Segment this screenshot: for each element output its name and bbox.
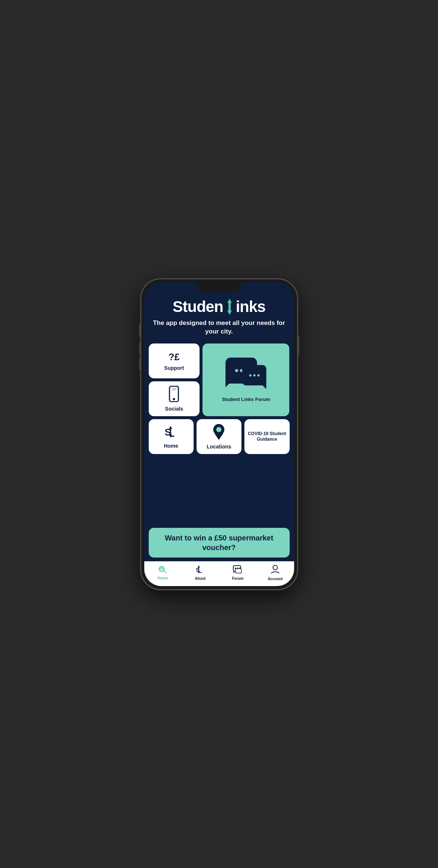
location-pin-icon (213, 424, 225, 441)
nav-about-label: About (195, 576, 206, 581)
dot-sm1 (249, 374, 251, 377)
socials-tile[interactable]: Socials (149, 381, 200, 416)
forum-label: Student Links Forum (222, 397, 270, 402)
dot1 (235, 369, 238, 372)
chat-dots-sm (249, 374, 260, 377)
grid-left-col: ?£ Support (149, 343, 200, 416)
voucher-text: Want to win a £50 supermarket voucher? (155, 533, 284, 552)
phone-notch (197, 282, 241, 292)
bottom-nav: Home S About (144, 561, 294, 586)
nav-account[interactable]: Account (264, 565, 286, 581)
app-content: Studen inks The app desi (144, 282, 294, 586)
nav-account-icon (271, 565, 280, 576)
app-tagline: The app designed to meet all your needs … (152, 319, 287, 336)
socials-icon (169, 386, 179, 404)
phone-screen: Studen inks The app desi (144, 282, 294, 586)
svg-rect-5 (172, 388, 176, 391)
svg-rect-1 (228, 303, 231, 308)
covid-tile[interactable]: COVID-19 Student Guidance (244, 419, 289, 454)
logo-arrows-icon (224, 298, 236, 316)
home-icon: S (164, 424, 178, 441)
svg-marker-0 (227, 299, 232, 303)
svg-point-15 (159, 566, 164, 572)
forum-icon (225, 358, 266, 393)
locations-label: Locations (207, 444, 231, 450)
nav-about[interactable]: S About (189, 565, 211, 581)
locations-tile[interactable]: Locations (197, 419, 241, 454)
app-header: Studen inks The app desi (144, 293, 294, 340)
svg-marker-3 (227, 310, 232, 315)
grid-top-row: ?£ Support (149, 343, 290, 416)
main-grid: ?£ Support (144, 340, 294, 527)
nav-forum-label: Forum (232, 576, 243, 581)
phone-device: Studen inks The app desi (141, 279, 297, 589)
nav-home[interactable]: Home (152, 565, 174, 580)
grid-bottom-row: S Home (149, 419, 290, 454)
nav-account-label: Account (268, 577, 283, 581)
app-logo: Studen inks (152, 298, 287, 316)
svg-marker-22 (198, 565, 200, 568)
support-tile[interactable]: ?£ Support (149, 343, 200, 378)
nav-forum[interactable]: Forum (227, 565, 249, 581)
logo-text-inks: inks (236, 298, 266, 316)
home-tile[interactable]: S Home (149, 419, 194, 454)
logo-text-studen: Studen (172, 298, 223, 316)
covid-label: COVID-19 Student Guidance (247, 431, 286, 443)
svg-point-32 (273, 565, 277, 570)
nav-about-icon: S (195, 565, 205, 575)
nav-home-icon (158, 565, 168, 575)
forum-tile[interactable]: Student Links Forum (202, 343, 289, 416)
dot-sm3 (257, 374, 260, 377)
nav-home-label: Home (158, 576, 168, 580)
svg-rect-30 (236, 569, 241, 573)
dot-sm2 (253, 374, 256, 377)
chat-bubble-secondary (242, 365, 266, 385)
svg-point-6 (173, 398, 175, 400)
svg-line-16 (164, 571, 167, 573)
support-label: Support (164, 365, 184, 371)
voucher-banner[interactable]: Want to win a £50 supermarket voucher? (149, 528, 290, 558)
svg-marker-14 (214, 433, 223, 440)
nav-forum-icon (233, 565, 243, 575)
socials-label: Socials (165, 406, 183, 412)
support-icon: ?£ (168, 351, 180, 363)
svg-point-13 (216, 427, 221, 432)
home-tile-label: Home (164, 443, 178, 449)
